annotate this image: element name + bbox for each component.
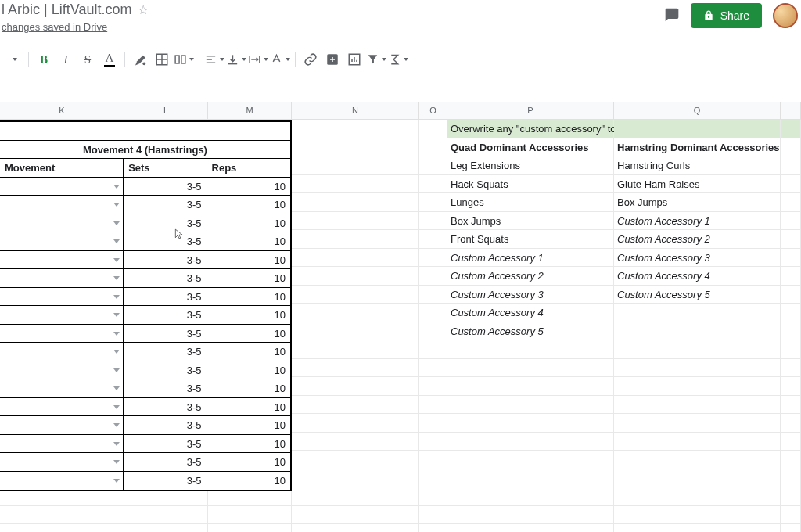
- cell[interactable]: [292, 230, 419, 249]
- cell[interactable]: [419, 396, 447, 415]
- cell[interactable]: Custom Accessory 5: [447, 322, 614, 341]
- cell[interactable]: [208, 506, 292, 525]
- cell[interactable]: [614, 340, 781, 359]
- sets-cell[interactable]: 3-5: [124, 196, 207, 214]
- col-header[interactable]: [781, 102, 801, 119]
- cell[interactable]: [292, 377, 419, 396]
- avatar[interactable]: [773, 3, 798, 28]
- cell[interactable]: [781, 175, 801, 194]
- cell[interactable]: [292, 156, 419, 175]
- cell[interactable]: [419, 487, 447, 506]
- cell[interactable]: [419, 267, 447, 286]
- movement-cell[interactable]: [0, 214, 124, 233]
- reps-cell[interactable]: 10: [207, 435, 290, 454]
- cell[interactable]: [447, 524, 614, 532]
- cell[interactable]: [419, 193, 447, 212]
- reps-cell[interactable]: 10: [207, 232, 290, 251]
- cell[interactable]: Front Squats: [447, 230, 614, 249]
- cell[interactable]: [614, 304, 781, 322]
- cell[interactable]: [614, 359, 781, 378]
- cell[interactable]: [614, 451, 781, 469]
- cell[interactable]: [292, 414, 419, 433]
- cell[interactable]: [781, 524, 801, 532]
- cell[interactable]: [447, 359, 614, 378]
- cell[interactable]: [292, 451, 419, 469]
- cell[interactable]: [292, 487, 419, 506]
- sets-cell[interactable]: 3-5: [124, 472, 207, 491]
- movement-cell[interactable]: [0, 196, 124, 214]
- movement-cell[interactable]: [0, 416, 124, 435]
- movement-cell[interactable]: [0, 288, 124, 307]
- cell[interactable]: Box Jumps: [447, 212, 614, 231]
- cell[interactable]: [781, 193, 801, 212]
- sets-cell[interactable]: 3-5: [124, 251, 207, 270]
- cell[interactable]: [292, 524, 419, 532]
- reps-cell[interactable]: 10: [207, 178, 290, 196]
- cell[interactable]: [292, 249, 419, 268]
- movement-cell[interactable]: [0, 361, 124, 380]
- cell[interactable]: [419, 230, 447, 249]
- cell[interactable]: [292, 212, 419, 231]
- cell[interactable]: [292, 506, 419, 525]
- cell[interactable]: [447, 451, 614, 469]
- cell[interactable]: [614, 396, 781, 415]
- cell[interactable]: Custom Accessory 1: [614, 212, 781, 231]
- cell[interactable]: [124, 524, 208, 532]
- movement-cell[interactable]: [0, 306, 124, 325]
- insert-comment-button[interactable]: [322, 49, 343, 70]
- cell[interactable]: [447, 396, 614, 415]
- cell[interactable]: [781, 469, 801, 488]
- cell[interactable]: Glute Ham Raises: [614, 175, 781, 194]
- fill-color-button[interactable]: [130, 49, 150, 70]
- save-status[interactable]: changes saved in Drive: [0, 21, 149, 33]
- sets-cell[interactable]: 3-5: [124, 453, 207, 472]
- bold-button[interactable]: B: [34, 49, 54, 70]
- reps-cell[interactable]: 10: [207, 306, 290, 325]
- text-rotation-button[interactable]: [270, 49, 290, 70]
- cell[interactable]: Custom Accessory 2: [614, 230, 781, 249]
- chevron-down-icon[interactable]: [113, 221, 120, 225]
- cell[interactable]: Custom Accessory 3: [614, 249, 781, 268]
- chevron-down-icon[interactable]: [113, 350, 120, 354]
- movement-cell[interactable]: [0, 398, 124, 417]
- cell[interactable]: [781, 414, 801, 433]
- cell[interactable]: [419, 249, 447, 268]
- cell[interactable]: [419, 359, 447, 378]
- sets-cell[interactable]: 3-5: [124, 379, 207, 398]
- cell[interactable]: [0, 506, 124, 525]
- share-button[interactable]: Share: [691, 3, 762, 28]
- sets-cell[interactable]: 3-5: [124, 306, 207, 325]
- cell[interactable]: [781, 359, 801, 378]
- chevron-down-icon[interactable]: [113, 332, 120, 336]
- col-header[interactable]: O: [419, 102, 447, 119]
- cell[interactable]: Lunges: [447, 193, 614, 212]
- insert-chart-button[interactable]: [344, 49, 365, 70]
- movement-cell[interactable]: [0, 232, 124, 251]
- cell[interactable]: [781, 249, 801, 268]
- cell[interactable]: [447, 433, 614, 451]
- cell[interactable]: [447, 340, 614, 359]
- cell[interactable]: [419, 120, 447, 138]
- cell[interactable]: [781, 451, 801, 469]
- reps-cell[interactable]: 10: [207, 269, 290, 288]
- cell[interactable]: [292, 120, 419, 138]
- reps-cell[interactable]: 10: [207, 288, 290, 307]
- col-header[interactable]: K: [0, 102, 124, 119]
- cell[interactable]: [419, 433, 447, 451]
- cell[interactable]: Leg Extensions: [447, 156, 614, 175]
- sets-cell[interactable]: 3-5: [124, 232, 207, 251]
- cell[interactable]: [614, 377, 781, 396]
- cell[interactable]: [419, 156, 447, 175]
- cell[interactable]: [781, 433, 801, 451]
- insert-link-button[interactable]: [300, 49, 321, 70]
- cell[interactable]: [292, 304, 419, 322]
- movement-cell[interactable]: [0, 325, 124, 343]
- cell[interactable]: [419, 451, 447, 469]
- cell[interactable]: [781, 322, 801, 341]
- text-color-button[interactable]: A: [99, 49, 120, 70]
- cell[interactable]: [292, 138, 419, 157]
- cell[interactable]: [419, 322, 447, 341]
- reps-cell[interactable]: 10: [207, 214, 290, 233]
- borders-button[interactable]: [152, 49, 172, 70]
- cell[interactable]: [614, 433, 781, 451]
